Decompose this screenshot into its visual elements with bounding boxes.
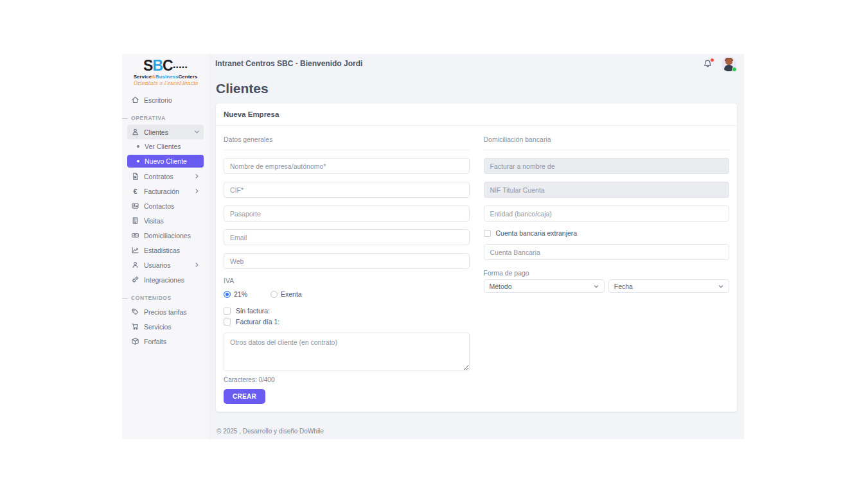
iva-label: IVA <box>224 277 470 284</box>
brand-tagline: Orientats a l'excel·lència <box>122 81 209 86</box>
forma-pago-row: Método Fecha <box>484 279 730 293</box>
radio-unselected-icon <box>270 291 278 298</box>
facturar-dia-checkbox[interactable]: Facturar día 1: <box>224 318 470 326</box>
checkbox-icon <box>484 230 491 237</box>
brand-name: Service&BusinessCenters <box>122 74 209 80</box>
status-dot <box>732 67 737 72</box>
bullet-icon <box>137 145 139 148</box>
sidebar-item-usuarios[interactable]: Usuarios <box>127 257 204 272</box>
sidebar-nav: Escritorio OPERATIVA Clientes Ver Client… <box>122 86 209 349</box>
sin-factura-checkbox[interactable]: Sin factura: <box>224 307 470 315</box>
checkbox-icon <box>224 318 231 326</box>
page-title: Clientes <box>216 81 738 96</box>
sidebar-item-estadisticas[interactable]: Estadisticas <box>127 243 204 257</box>
home-icon <box>131 96 139 104</box>
bullet-icon <box>137 160 139 162</box>
caret-down-icon <box>718 284 723 289</box>
sidebar: SBC····· Service&BusinessCenters Orienta… <box>122 54 209 439</box>
sidebar-item-facturacion[interactable]: € Facturación <box>127 184 204 198</box>
sidebar-item-domiciliaciones[interactable]: Domiciliaciones <box>127 228 204 243</box>
section-dash <box>122 118 128 119</box>
datos-generales-heading: Datos generales <box>224 134 470 150</box>
sidebar-item-ver-clientes[interactable]: Ver Clientes <box>127 139 204 153</box>
notification-dot <box>711 58 714 62</box>
contact-card-icon <box>131 202 139 210</box>
tag-icon <box>131 308 139 316</box>
euro-icon: € <box>131 187 139 195</box>
fecha-select[interactable]: Fecha <box>608 279 729 293</box>
brand-acronym: SBC····· <box>122 58 209 73</box>
brand-dots: ····· <box>173 61 188 73</box>
entidad-field[interactable] <box>484 205 730 222</box>
contract-icon <box>131 172 139 180</box>
card-title: Nueva Empresa <box>216 103 737 126</box>
notifications-button[interactable] <box>703 59 713 69</box>
sidebar-item-visitas[interactable]: Visitas <box>127 213 204 228</box>
content-area: Intranet Centros SBC - Bienvenido Jordi … <box>209 54 744 439</box>
sidebar-item-contratos[interactable]: Contratos <box>127 169 204 184</box>
users-icon <box>131 128 139 136</box>
checkbox-icon <box>224 308 231 315</box>
radio-selected-icon <box>224 291 231 298</box>
chevron-right-icon <box>194 188 200 194</box>
iva-exenta-radio[interactable]: Exenta <box>270 290 302 298</box>
sidebar-item-servicios[interactable]: Servicios <box>127 319 204 334</box>
facturar-nombre-field <box>484 158 730 174</box>
line-chart-icon <box>131 246 139 254</box>
domiciliacion-column: Domiciliación bancaria Cuenta bancaria e… <box>484 134 730 404</box>
char-counter: Caracteres: 0/400 <box>224 376 470 383</box>
chevron-right-icon <box>194 262 200 268</box>
datos-generales-column: Datos generales IVA 21% <box>224 134 470 404</box>
user-avatar[interactable] <box>722 57 736 71</box>
metodo-select[interactable]: Método <box>484 279 605 293</box>
nif-titular-field <box>484 182 730 198</box>
app-window: SBC····· Service&BusinessCenters Orienta… <box>122 54 744 439</box>
topbar: Intranet Centros SBC - Bienvenido Jordi <box>209 54 744 73</box>
sidebar-item-clientes[interactable]: Clientes <box>127 125 204 139</box>
sidebar-item-contactos[interactable]: Contactos <box>127 198 204 213</box>
nombre-empresa-field[interactable] <box>224 158 470 174</box>
banknote-icon <box>131 231 139 240</box>
cif-field[interactable] <box>224 182 470 198</box>
sidebar-section-contenidos: CONTENIDOS <box>127 295 204 301</box>
section-dash <box>122 298 128 299</box>
box-icon <box>131 337 139 345</box>
iva-21-radio[interactable]: 21% <box>224 290 247 298</box>
otros-datos-textarea[interactable] <box>224 333 470 371</box>
sidebar-item-forfaits[interactable]: Forfaits <box>127 334 204 349</box>
building-icon <box>131 216 139 225</box>
sidebar-item-escritorio[interactable]: Escritorio <box>127 92 204 107</box>
forma-pago-label: Forma de pago <box>484 269 730 277</box>
sidebar-section-operativa: OPERATIVA <box>127 115 204 121</box>
cuenta-extranjera-checkbox[interactable]: Cuenta bancaria extranjera <box>484 229 730 237</box>
cuenta-bancaria-field[interactable] <box>484 244 730 260</box>
crear-button[interactable]: CREAR <box>224 389 265 404</box>
sidebar-item-integraciones[interactable]: Integraciones <box>127 272 204 287</box>
brand-logo[interactable]: SBC····· Service&BusinessCenters Orienta… <box>122 54 209 86</box>
user-icon <box>131 261 139 269</box>
chevron-down-icon <box>194 129 200 135</box>
nueva-empresa-card: Nueva Empresa Datos generales IVA <box>215 103 738 412</box>
email-field[interactable] <box>224 229 470 245</box>
cart-icon <box>131 322 139 331</box>
sidebar-item-nuevo-cliente[interactable]: Nuevo Cliente <box>127 155 204 168</box>
chevron-right-icon <box>194 173 200 179</box>
gears-icon <box>131 275 139 284</box>
caret-down-icon <box>594 284 599 289</box>
web-field[interactable] <box>224 253 470 269</box>
footer-copyright: © 2025 , Desarrollo y diseño DoWhile <box>217 428 738 439</box>
pasaporte-field[interactable] <box>224 205 470 222</box>
iva-radio-group: 21% Exenta <box>224 290 470 298</box>
domiciliacion-heading: Domiciliación bancaria <box>484 134 730 150</box>
sidebar-item-precios-tarifas[interactable]: Precios tarifas <box>127 304 204 319</box>
topbar-title: Intranet Centros SBC - Bienvenido Jordi <box>215 59 703 68</box>
